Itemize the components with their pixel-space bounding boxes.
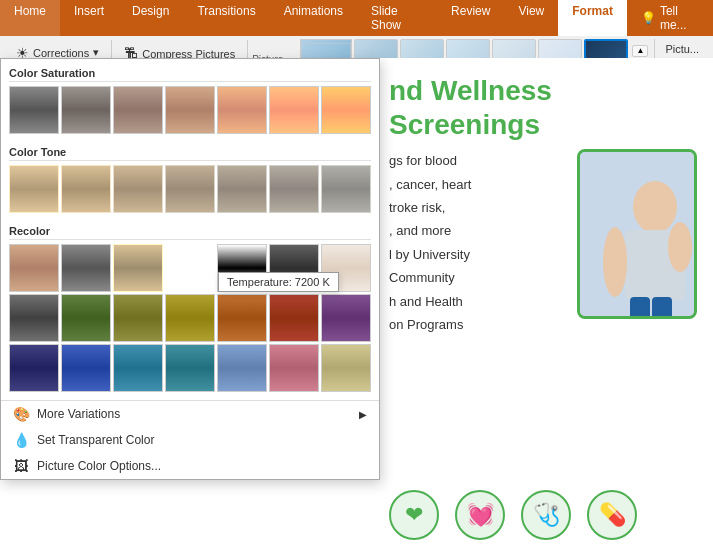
- sat-swatch-2[interactable]: [113, 86, 163, 134]
- color-tone-grid: [9, 165, 371, 213]
- sat-swatch-0[interactable]: [9, 86, 59, 134]
- picture-color-options-item[interactable]: 🖼 Picture Color Options...: [1, 453, 379, 479]
- tone-swatch-5[interactable]: [269, 165, 319, 213]
- content-line-4: , and more: [389, 219, 569, 242]
- svg-point-3: [633, 181, 677, 233]
- main-content-area: nd Wellness Screenings gs for blood , ca…: [373, 58, 713, 558]
- tab-design[interactable]: Design: [118, 0, 183, 36]
- color-tone-tooltip: Temperature: 7200 K: [218, 272, 339, 292]
- tone-swatch-0[interactable]: [9, 165, 59, 213]
- tab-format[interactable]: Format: [558, 0, 627, 36]
- person-svg: [580, 152, 697, 319]
- sat-swatch-3[interactable]: [165, 86, 215, 134]
- content-line-8: on Programs: [389, 313, 569, 336]
- recolor-lightblue[interactable]: [217, 344, 267, 392]
- recolor-section: Recolor: [1, 217, 379, 396]
- health-icons-strip: ❤ 💓 🩺 💊: [373, 482, 713, 548]
- recolor-blue[interactable]: [61, 344, 111, 392]
- color-saturation-grid: [9, 86, 371, 134]
- tone-swatch-3[interactable]: [165, 165, 215, 213]
- tone-swatch-1[interactable]: [61, 165, 111, 213]
- recolor-grid-row2: [9, 294, 371, 342]
- tab-slideshow[interactable]: Slide Show: [357, 0, 437, 36]
- recolor-dark2[interactable]: [9, 294, 59, 342]
- svg-point-6: [668, 222, 692, 272]
- recolor-title: Recolor: [9, 221, 371, 240]
- recolor-sepia[interactable]: [113, 244, 163, 292]
- color-tone-title: Color Tone: [9, 142, 371, 161]
- tab-home[interactable]: Home: [0, 0, 60, 36]
- more-variations-arrow: ▶: [359, 409, 367, 420]
- color-tone-section: Color Tone: [1, 138, 379, 217]
- svg-point-5: [603, 227, 627, 297]
- picture-right-btn-1[interactable]: Pictu...: [659, 41, 705, 57]
- recolor-cyan[interactable]: [113, 344, 163, 392]
- sat-swatch-5[interactable]: [269, 86, 319, 134]
- svg-rect-8: [652, 297, 672, 319]
- more-variations-item[interactable]: 🎨 More Variations ▶: [1, 401, 379, 427]
- sat-swatch-1[interactable]: [61, 86, 111, 134]
- recolor-yellow[interactable]: [165, 294, 215, 342]
- tone-swatch-4[interactable]: [217, 165, 267, 213]
- recolor-violet[interactable]: [321, 294, 371, 342]
- recolor-green[interactable]: [61, 294, 111, 342]
- person-image: [577, 149, 697, 319]
- recolor-none[interactable]: [9, 244, 59, 292]
- content-line-1: gs for blood: [389, 149, 569, 172]
- tab-view[interactable]: View: [504, 0, 558, 36]
- tell-me-bar[interactable]: 💡 Tell me...: [627, 0, 713, 36]
- svg-rect-7: [630, 297, 650, 319]
- ribbon-tabs: Home Insert Design Transitions Animation…: [0, 0, 713, 36]
- more-variations-icon: 🎨: [13, 406, 29, 422]
- pic-styles-scroll-up[interactable]: ▲: [632, 45, 648, 57]
- content-line-5: l by University: [389, 243, 569, 266]
- set-transparent-icon: 💧: [13, 432, 29, 448]
- content-line-6: Community: [389, 266, 569, 289]
- content-image-area: [577, 149, 697, 319]
- recolor-washout[interactable]: [165, 244, 215, 292]
- sat-swatch-4[interactable]: [217, 86, 267, 134]
- recolor-yellow-green[interactable]: [113, 294, 163, 342]
- health-icon-3: 🩺: [521, 490, 571, 540]
- content-title: nd Wellness Screenings: [373, 58, 713, 149]
- color-dropdown-panel: Color Saturation Color Tone Recolor: [0, 58, 380, 480]
- recolor-orange[interactable]: [217, 294, 267, 342]
- recolor-aqua[interactable]: [165, 344, 215, 392]
- health-icon-4: 💊: [587, 490, 637, 540]
- tab-transitions[interactable]: Transitions: [183, 0, 269, 36]
- picture-color-options-icon: 🖼: [13, 458, 29, 474]
- health-icon-2: 💓: [455, 490, 505, 540]
- sat-swatch-6[interactable]: [321, 86, 371, 134]
- content-text-block: gs for blood , cancer, heart troke risk,…: [389, 149, 569, 336]
- recolor-darkblue[interactable]: [9, 344, 59, 392]
- content-line-7: h and Health: [389, 290, 569, 313]
- lightbulb-icon: 💡: [641, 11, 656, 25]
- recolor-grayscale[interactable]: [61, 244, 111, 292]
- tab-animations[interactable]: Animations: [270, 0, 357, 36]
- tone-swatch-2[interactable]: [113, 165, 163, 213]
- recolor-lightyellow[interactable]: [321, 344, 371, 392]
- tab-review[interactable]: Review: [437, 0, 504, 36]
- recolor-red[interactable]: [269, 294, 319, 342]
- color-saturation-title: Color Saturation: [9, 63, 371, 82]
- tone-swatch-6[interactable]: [321, 165, 371, 213]
- color-saturation-section: Color Saturation: [1, 59, 379, 138]
- recolor-grid-row3: [9, 344, 371, 392]
- content-line-3: troke risk,: [389, 196, 569, 219]
- content-body: gs for blood , cancer, heart troke risk,…: [373, 149, 713, 336]
- recolor-pink[interactable]: [269, 344, 319, 392]
- set-transparent-color-item[interactable]: 💧 Set Transparent Color: [1, 427, 379, 453]
- content-line-2: , cancer, heart: [389, 173, 569, 196]
- health-icon-1: ❤: [389, 490, 439, 540]
- tab-insert[interactable]: Insert: [60, 0, 118, 36]
